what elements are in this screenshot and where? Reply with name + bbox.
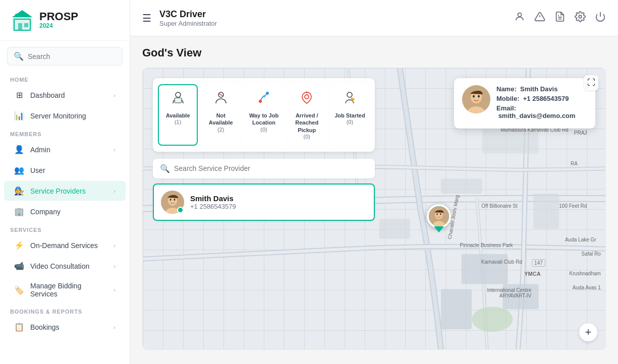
- status-card-available[interactable]: Available (1): [158, 84, 198, 146]
- sidebar-item-label: Server Monitoring: [30, 112, 116, 120]
- marker-pin: [427, 204, 451, 228]
- header-app-name: V3C Driver: [159, 9, 506, 20]
- chevron-icon: ›: [114, 242, 116, 249]
- power-icon[interactable]: [595, 11, 606, 25]
- status-card-label: Available: [166, 112, 190, 119]
- company-icon: 🏢: [14, 207, 24, 216]
- tooltip-mobile-value: +1 2586543579: [523, 95, 569, 102]
- svg-line-24: [218, 93, 223, 96]
- sidebar-item-bookings[interactable]: 📋 Bookings ›: [4, 317, 126, 337]
- document-icon[interactable]: [554, 11, 566, 25]
- logo-brand: PROSP: [39, 11, 78, 22]
- user-profile-icon[interactable]: [514, 11, 525, 25]
- status-card-arrived[interactable]: Arrived / Reached Pickup (0): [287, 84, 327, 146]
- svg-point-11: [579, 15, 582, 18]
- tooltip-name-value: Smith Davis: [520, 85, 557, 93]
- sidebar: PRO PROSP 2024 🔍 HOME ⊞ Dashboard › 📊 Se…: [0, 0, 130, 364]
- sp-search-input[interactable]: [174, 164, 368, 172]
- sidebar-item-dashboard[interactable]: ⊞ Dashboard ›: [4, 85, 126, 105]
- tooltip-avatar: [462, 85, 490, 113]
- sidebar-item-label: Bookings: [30, 323, 107, 331]
- map-zoom-in-button[interactable]: +: [579, 323, 597, 341]
- status-card-label: Job Started: [334, 112, 365, 119]
- header-subtitle: Super Administrator: [159, 20, 506, 27]
- section-home: HOME: [0, 72, 130, 85]
- tooltip-name-label: Name:: [496, 85, 517, 93]
- svg-rect-13: [379, 219, 410, 239]
- sidebar-item-label: Service Providers: [30, 187, 107, 195]
- status-card-way-to-job[interactable]: Way to Job Location (0): [244, 84, 284, 146]
- svg-point-21: [176, 92, 181, 97]
- sidebar-item-server-monitoring[interactable]: 📊 Server Monitoring: [4, 106, 126, 126]
- provider-avatar-wrap: [161, 191, 184, 214]
- tooltip-email-row: Email: smith_davis@demo.com: [496, 104, 587, 119]
- sidebar-logo: PRO PROSP 2024: [0, 0, 130, 41]
- status-card-label: Not Available: [204, 112, 238, 127]
- map-left-panel: Available (1) Not Available (2): [153, 78, 375, 221]
- sidebar-item-manage-bidding[interactable]: 🏷️ Manage Bidding Services ›: [4, 277, 126, 303]
- sidebar-item-label: On-Demand Services: [30, 241, 107, 250]
- bar-chart-icon: 📊: [14, 111, 24, 120]
- main-content: ☰ V3C Driver Super Administrator God's: [130, 0, 618, 364]
- sidebar-item-label: User: [30, 166, 116, 174]
- alert-icon[interactable]: [534, 11, 545, 25]
- search-input[interactable]: [28, 52, 116, 60]
- job-started-icon: [342, 90, 357, 109]
- svg-rect-14: [441, 178, 482, 194]
- chevron-icon: ›: [114, 287, 116, 293]
- status-card-label: Way to Job Location: [247, 112, 280, 127]
- header: ☰ V3C Driver Super Administrator: [130, 0, 618, 36]
- sidebar-item-label: Video Consultation: [30, 262, 107, 270]
- provider-name: Smith Davis: [190, 194, 236, 203]
- svg-point-6: [518, 13, 521, 17]
- map-expand-button[interactable]: ⛶: [584, 75, 598, 90]
- status-card-count: (2): [217, 127, 224, 133]
- bidding-icon: 🏷️: [14, 285, 24, 295]
- svg-rect-18: [533, 194, 559, 229]
- provider-phone: +1 2586543579: [190, 203, 236, 210]
- not-available-icon: [213, 90, 229, 109]
- section-bookings: BOOKINGS & REPORTS: [0, 304, 130, 317]
- svg-rect-16: [502, 284, 538, 309]
- chevron-icon: ›: [114, 263, 116, 269]
- sidebar-item-video-consultation[interactable]: 📹 Video Consultation ›: [4, 256, 126, 276]
- sidebar-item-on-demand[interactable]: ⚡ On-Demand Services ›: [4, 235, 126, 255]
- provider-list-item[interactable]: Smith Davis +1 2586543579: [153, 184, 375, 221]
- way-to-job-icon: [256, 90, 271, 109]
- sidebar-item-admin[interactable]: 👤 Admin ›: [4, 140, 126, 159]
- sidebar-item-company[interactable]: 🏢 Company: [4, 202, 126, 221]
- sidebar-item-service-providers[interactable]: 🧑‍🔧 Service Providers ›: [4, 181, 126, 201]
- user-icon: 👥: [14, 165, 24, 175]
- svg-rect-3: [18, 23, 22, 30]
- svg-point-39: [440, 213, 441, 215]
- grid-icon: ⊞: [14, 90, 24, 100]
- header-icons: [514, 11, 606, 25]
- map-marker[interactable]: [427, 204, 451, 228]
- svg-point-25: [266, 92, 269, 95]
- status-card-job-started[interactable]: Job Started (0): [330, 84, 370, 146]
- chevron-icon: ›: [114, 92, 116, 98]
- svg-rect-15: [462, 254, 508, 284]
- provider-icon: 🧑‍🔧: [14, 186, 24, 196]
- tooltip-mobile-label: Mobile:: [496, 95, 520, 102]
- svg-point-33: [170, 199, 172, 201]
- content-area: God's View: [130, 36, 618, 364]
- svg-point-20: [472, 307, 513, 332]
- hamburger-menu-icon[interactable]: ☰: [142, 12, 151, 24]
- tooltip-mobile-row: Mobile: +1 2586543579: [496, 95, 587, 102]
- service-provider-search[interactable]: 🔍: [153, 159, 375, 178]
- status-card-count: (0): [260, 127, 267, 133]
- search-icon: 🔍: [14, 51, 24, 61]
- sidebar-item-user[interactable]: 👥 User: [4, 160, 126, 180]
- svg-point-43: [473, 95, 475, 98]
- search-icon: 🔍: [160, 164, 170, 173]
- status-card-not-available[interactable]: Not Available (2): [201, 84, 241, 146]
- logo-icon: PRO: [10, 8, 34, 32]
- search-box[interactable]: 🔍: [7, 47, 123, 66]
- map-tooltip: ✕: [454, 78, 595, 129]
- svg-point-44: [478, 95, 480, 98]
- section-services: SERVICES: [0, 222, 130, 235]
- provider-online-dot: [177, 207, 184, 213]
- page-title: God's View: [142, 46, 606, 59]
- settings-icon[interactable]: [575, 11, 586, 25]
